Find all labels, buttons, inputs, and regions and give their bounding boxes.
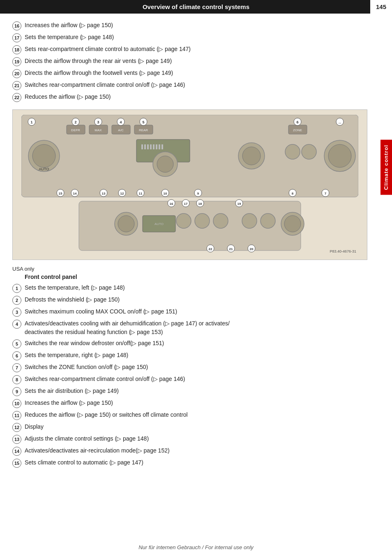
svg-text:9: 9: [197, 192, 199, 195]
list-item: 21 Switches rear-compartment climate con…: [12, 81, 367, 90]
item-text: Switches maximum cooling MAX COOL on/off…: [25, 307, 177, 316]
item-number: 13: [12, 435, 21, 444]
svg-rect-23: [161, 144, 163, 149]
list-item: 12 Display: [12, 422, 367, 432]
item-text: Sets climate control to automatic (▷ pag…: [25, 458, 143, 467]
svg-point-3: [32, 144, 55, 167]
side-tab: Climate control: [380, 140, 392, 195]
list-item: 15 Sets climate control to automatic (▷ …: [12, 458, 367, 468]
svg-text:16: 16: [170, 202, 173, 206]
item-text: Sets the temperature, right (▷ page 148): [25, 351, 128, 360]
item-text: Sets the air distribution (▷ page 149): [25, 387, 119, 395]
svg-text:AUTO: AUTO: [154, 222, 164, 226]
item-text: Switches rear-compartment climate contro…: [25, 375, 185, 383]
svg-text:7: 7: [325, 192, 327, 195]
list-item: 11 Reduces the airflow (▷ page 150) or s…: [12, 411, 367, 420]
svg-rect-19: [150, 144, 152, 149]
item-text: Increases the airflow (▷ page 150): [25, 21, 113, 30]
svg-text:22: 22: [209, 247, 212, 251]
control-diagram: AUTO DEFR MAX A/C REAR ZONE: [21, 115, 358, 255]
svg-point-29: [302, 144, 316, 159]
list-item: 14 Activates/deactivates air-recirculati…: [12, 446, 367, 456]
list-item: 2 Defrosts the windshield (▷ page 150): [12, 295, 367, 305]
item-number: 16: [12, 21, 21, 30]
page-header: Overview of climate control systems 145: [0, 0, 392, 14]
svg-text:P83.40-4676-31: P83.40-4676-31: [330, 249, 356, 253]
item-number: 7: [12, 363, 21, 372]
item-text: Activates/deactivates cooling with air d…: [25, 319, 230, 337]
svg-point-70: [213, 214, 228, 228]
item-number: 17: [12, 33, 21, 42]
svg-text:REAR: REAR: [139, 128, 148, 132]
list-item: 19 Directs the airflow through the rear …: [12, 57, 367, 66]
item-text: Reduces the airflow (▷ page 150): [25, 93, 111, 101]
svg-text:14: 14: [73, 192, 77, 195]
svg-text:11: 11: [139, 192, 143, 195]
item-number: 10: [12, 399, 21, 408]
svg-point-25: [157, 156, 173, 172]
svg-rect-22: [159, 144, 160, 149]
item-text: Increases the airflow (▷ page 150): [25, 399, 113, 407]
item-number: 9: [12, 387, 21, 396]
list-item: 20 Directs the airflow through the footw…: [12, 69, 367, 78]
main-content: 16 Increases the airflow (▷ page 150) 17…: [0, 14, 392, 478]
svg-point-74: [284, 216, 301, 232]
item-number: 2: [12, 296, 21, 305]
list-item: 7 Switches the ZONE function on/off (▷ p…: [12, 363, 367, 372]
item-number: 22: [12, 93, 21, 102]
svg-text:DEFR: DEFR: [71, 128, 80, 132]
list-item: 8 Switches rear-compartment climate cont…: [12, 375, 367, 384]
item-text: Display: [25, 422, 44, 431]
diagram-container: AUTO DEFR MAX A/C REAR ZONE: [12, 109, 367, 260]
svg-text:3: 3: [97, 120, 99, 124]
svg-text:MAX: MAX: [95, 128, 102, 132]
item-number: 6: [12, 351, 21, 360]
svg-text:4: 4: [120, 120, 122, 124]
svg-point-69: [195, 214, 210, 228]
item-number: 1: [12, 284, 21, 293]
list-item: 13 Adjusts the climate control settings …: [12, 434, 367, 444]
svg-text:15: 15: [59, 192, 62, 195]
item-text: Adjusts the climate control settings (▷ …: [25, 434, 149, 443]
svg-point-27: [242, 147, 261, 165]
list-item: 22 Reduces the airflow (▷ page 150): [12, 93, 367, 102]
item-text: Directs the airflow through the rear air…: [25, 57, 172, 65]
item-text: Sets the temperature, left (▷ page 148): [25, 283, 125, 292]
footer: Nur für internen Gebrauch / For internal…: [0, 544, 392, 550]
svg-rect-20: [153, 144, 154, 149]
item-number: 15: [12, 459, 21, 468]
item-number: 21: [12, 81, 21, 90]
list-item: 5 Switches the rear window defroster on/…: [12, 339, 367, 348]
item-number: 18: [12, 45, 21, 54]
item-text: Defrosts the windshield (▷ page 150): [25, 295, 120, 304]
svg-rect-21: [156, 144, 157, 149]
svg-text:1: 1: [30, 120, 32, 124]
front-list: 1 Sets the temperature, left (▷ page 148…: [12, 283, 367, 468]
item-text: Switches rear-compartment climate contro…: [25, 81, 185, 89]
svg-rect-17: [144, 144, 146, 149]
page-number: 145: [370, 0, 392, 14]
svg-point-68: [176, 214, 191, 228]
item-text: Reduces the airflow (▷ page 150) or swit…: [25, 411, 188, 419]
item-number: 12: [12, 423, 21, 432]
svg-text:18: 18: [198, 202, 202, 206]
svg-text:AUTO: AUTO: [39, 167, 49, 171]
list-item: 10 Increases the airflow (▷ page 150): [12, 399, 367, 408]
list-item: 6 Sets the temperature, right (▷ page 14…: [12, 351, 367, 360]
item-number: 14: [12, 447, 21, 456]
list-item: 3 Switches maximum cooling MAX COOL on/o…: [12, 307, 367, 317]
item-number: 4: [12, 320, 21, 329]
usa-only-label: USA only: [12, 266, 367, 272]
rear-list: 16 Increases the airflow (▷ page 150) 17…: [12, 21, 367, 102]
svg-text:17: 17: [184, 202, 188, 206]
item-text: Sets rear-compartment climate control to…: [25, 45, 191, 53]
list-item: 4 Activates/deactivates cooling with air…: [12, 319, 367, 337]
svg-point-31: [328, 144, 351, 167]
svg-point-65: [118, 216, 134, 232]
list-item: 9 Sets the air distribution (▷ page 149): [12, 387, 367, 396]
svg-text:A/C: A/C: [118, 128, 124, 132]
list-item: 1 Sets the temperature, left (▷ page 148…: [12, 283, 367, 293]
list-item: 18 Sets rear-compartment climate control…: [12, 45, 367, 54]
item-text: Switches the rear window defroster on/of…: [25, 339, 164, 348]
item-text: Directs the airflow through the footwell…: [25, 69, 173, 77]
